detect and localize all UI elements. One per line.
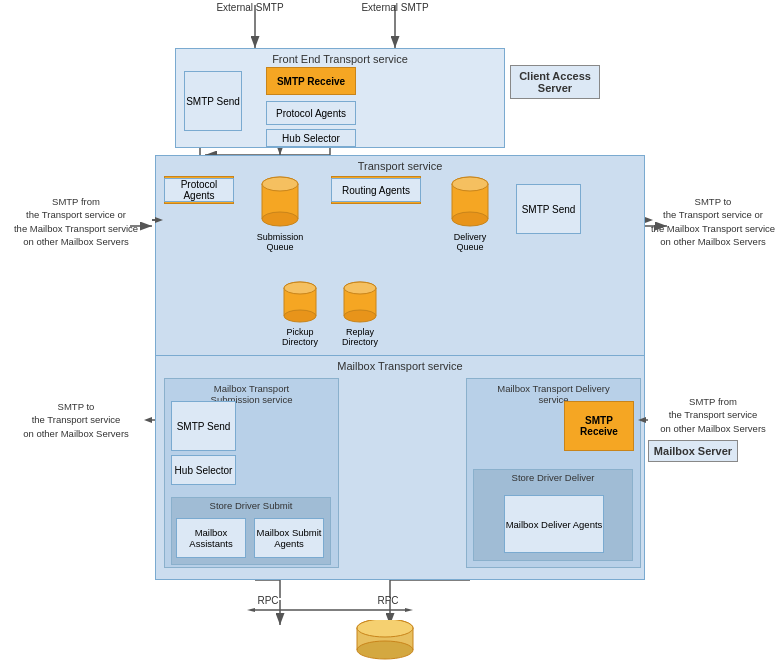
rpc-line: [255, 608, 410, 612]
front-end-transport-container: Front End Transport service SMTP Send SM…: [175, 48, 505, 148]
smtp-send-top-label: SMTP Send: [186, 96, 240, 107]
protocol-agents-mid: Protocol Agents: [164, 178, 234, 202]
hub-selector-top: Hub Selector: [266, 129, 356, 147]
rpc-right-label: RPC: [368, 595, 408, 606]
protocol-agents-top-label: Protocol Agents: [276, 108, 346, 119]
diagram: External SMTP External SMTP Front End Tr…: [0, 0, 778, 663]
client-access-server-label: Client Access Server: [510, 65, 600, 99]
mailbox-transport-label: Mailbox Transport service: [337, 360, 462, 372]
store-driver-deliver-container: Store Driver Deliver Mailbox Deliver Age…: [473, 469, 633, 561]
svg-point-54: [344, 282, 376, 294]
protocol-agents-top: Protocol Agents: [266, 101, 356, 125]
delivery-queue-cylinder: [450, 176, 490, 231]
mailbox-server-label: Mailbox Server: [648, 440, 738, 462]
submission-queue-cylinder: [260, 176, 300, 231]
submission-queue-label: Submission Queue: [251, 232, 309, 252]
smtp-from-left-label: SMTP fromthe Transport service orthe Mai…: [2, 195, 150, 248]
svg-marker-59: [405, 608, 413, 612]
routing-agents: Routing Agents: [331, 178, 421, 202]
svg-point-33: [262, 212, 298, 226]
delivery-queue-label: Delivery Queue: [441, 232, 499, 252]
transport-service-container: Transport service SMTP Receive Protocol …: [155, 155, 645, 370]
rpc-left-label: RPC: [248, 595, 288, 606]
smtp-send-mid: SMTP Send: [516, 184, 581, 234]
smtp-receive-bot: SMTP Receive: [564, 401, 634, 451]
replay-dir-container: Replay Directory: [331, 281, 389, 347]
pickup-dir-container: Pickup Directory: [271, 281, 329, 347]
transport-service-label: Transport service: [358, 160, 443, 172]
smtp-to-right-arrow: [645, 220, 675, 232]
smtp-send-mid-label: SMTP Send: [522, 204, 576, 215]
smtp-receive-bot-label: SMTP Receive: [565, 415, 633, 437]
hub-selector-bot-label: Hub Selector: [175, 465, 233, 476]
smtp-from-right-label: SMTP fromthe Transport serviceon other M…: [648, 395, 778, 435]
svg-point-65: [357, 620, 413, 637]
delivery-queue-container: Delivery Queue: [441, 176, 499, 252]
store-driver-submit-container: Store Driver Submit Mailbox Assistants M…: [171, 497, 331, 565]
svg-point-48: [284, 282, 316, 294]
protocol-agents-mid-label: Protocol Agents: [165, 179, 233, 201]
mailbox-assistants: Mailbox Assistants: [176, 518, 246, 558]
svg-point-62: [357, 641, 413, 659]
pickup-dir-cylinder: [282, 281, 318, 326]
submission-queue-container: Submission Queue: [251, 176, 309, 252]
hub-selector-top-label: Hub Selector: [282, 133, 340, 144]
smtp-from-left-arrow: [130, 220, 155, 232]
svg-point-45: [284, 310, 316, 322]
external-smtp-right-label: External SMTP: [355, 2, 435, 13]
replay-dir-cylinder: [342, 281, 378, 326]
smtp-receive-top-label: SMTP Receive: [277, 76, 345, 87]
mailbox-delivery-container: Mailbox Transport Delivery service SMTP …: [466, 378, 641, 568]
smtp-send-top: SMTP Send: [184, 71, 242, 131]
mailbox-submit-agents-label: Mailbox Submit Agents: [255, 527, 323, 549]
smtp-to-left-label: SMTP tothe Transport serviceon other Mai…: [2, 400, 150, 440]
mailbox-submission-container: Mailbox Transport Submission service SMT…: [164, 378, 339, 568]
mailbox-submit-agents: Mailbox Submit Agents: [254, 518, 324, 558]
mailbox-deliver-agents-label: Mailbox Deliver Agents: [506, 519, 603, 530]
svg-point-51: [344, 310, 376, 322]
smtp-send-bot: SMTP Send: [171, 401, 236, 451]
mailbox-database-cylinder: [355, 620, 415, 660]
store-driver-submit-label: Store Driver Submit: [210, 500, 293, 511]
mailbox-transport-container: Mailbox Transport service Mailbox Transp…: [155, 355, 645, 580]
hub-selector-bot: Hub Selector: [171, 455, 236, 485]
mailbox-database-container: mailbox database: [345, 620, 425, 663]
external-smtp-left-label: External SMTP: [210, 2, 290, 13]
mailbox-assistants-label: Mailbox Assistants: [177, 527, 245, 549]
mailbox-deliver-agents: Mailbox Deliver Agents: [504, 495, 604, 553]
svg-point-39: [452, 212, 488, 226]
replay-directory-label: Replay Directory: [331, 327, 389, 347]
svg-marker-58: [247, 608, 255, 612]
smtp-receive-top: SMTP Receive: [266, 67, 356, 95]
store-driver-deliver-label: Store Driver Deliver: [512, 472, 595, 483]
front-end-transport-label: Front End Transport service: [272, 53, 408, 65]
pickup-directory-label: Pickup Directory: [271, 327, 329, 347]
smtp-send-bot-label: SMTP Send: [177, 421, 231, 432]
svg-point-42: [452, 177, 488, 191]
svg-point-36: [262, 177, 298, 191]
routing-agents-label: Routing Agents: [342, 185, 410, 196]
